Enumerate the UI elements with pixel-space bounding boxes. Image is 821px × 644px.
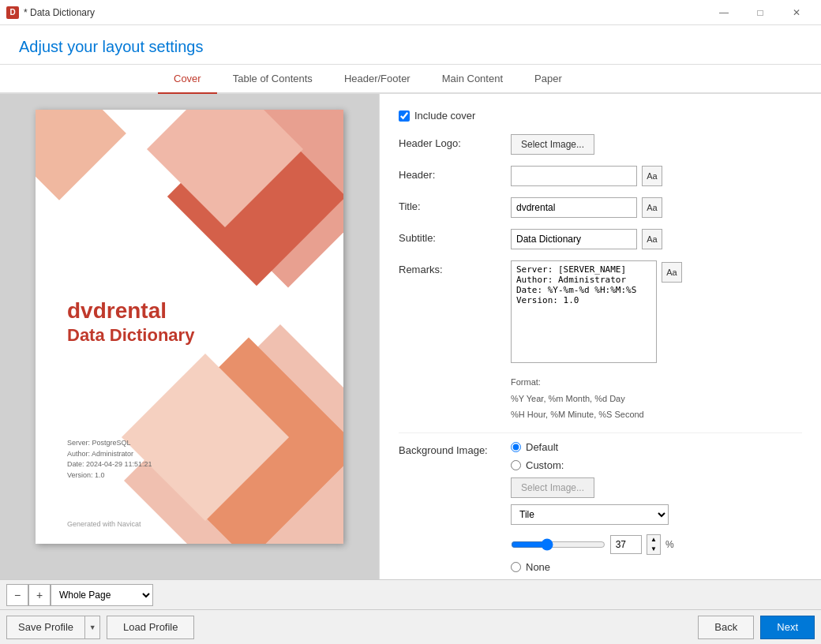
bg-custom-option[interactable]: Custom: (511, 459, 564, 471)
cover-meta-line1: Server: PostgreSQL (67, 438, 152, 449)
subtitle-input[interactable] (511, 229, 637, 249)
title-row: Title: Aa (399, 197, 802, 218)
title-font-button[interactable]: Aa (642, 197, 662, 218)
bg-none-radio[interactable] (511, 562, 521, 572)
zoom-select[interactable]: Whole Page 50% 75% 100% 125% 150% 200% (51, 584, 153, 606)
tab-toc[interactable]: Table of Contents (217, 65, 328, 94)
header-label: Header: (399, 166, 501, 181)
preview-panel: dvdrental Data Dictionary Server: Postgr… (0, 94, 379, 579)
cover-meta-line3: Date: 2024-04-29 11:51:21 (67, 459, 152, 470)
app-header: Adjust your layout settings (0, 25, 821, 65)
bg-default-option[interactable]: Default (511, 441, 558, 453)
header-logo-control: Select Image... (511, 134, 802, 155)
save-profile-arrow[interactable]: ▼ (84, 616, 100, 639)
header-logo-row: Header Logo: Select Image... (399, 134, 802, 155)
include-cover-label[interactable]: Include cover (414, 110, 475, 122)
subtitle-font-button[interactable]: Aa (642, 229, 662, 249)
cover-meta-line2: Author: Administrator (67, 449, 152, 460)
bg-custom-label: Custom: (526, 459, 564, 471)
minimize-button[interactable]: — (706, 0, 742, 25)
header-control: Aa (511, 166, 802, 186)
bottom-toolbar: − + Whole Page 50% 75% 100% 125% 150% 20… (0, 579, 821, 609)
remarks-row: Remarks: Server: [SERVER_NAME] Author: A… (399, 260, 802, 421)
subtitle-control: Aa (511, 229, 802, 249)
window-title: * Data Dictionary (24, 7, 95, 18)
tile-slider[interactable] (511, 538, 605, 551)
page-title: Adjust your layout settings (19, 38, 802, 56)
cover-preview: dvdrental Data Dictionary Server: Postgr… (36, 110, 343, 544)
footer-bar: Save Profile ▼ Load Profile Back Next (0, 609, 821, 644)
remarks-font-button[interactable]: Aa (662, 262, 682, 283)
save-profile-split: Save Profile ▼ (6, 616, 100, 639)
bg-default-radio[interactable] (511, 442, 521, 452)
format-label: Format: (511, 376, 644, 389)
cover-meta-line4: Version: 1.0 (67, 470, 152, 481)
footer-left: Save Profile ▼ Load Profile (6, 616, 698, 639)
cover-footer: Generated with Navicat (67, 520, 141, 528)
spin-up-button[interactable]: ▲ (647, 535, 660, 545)
select-header-image-button[interactable]: Select Image... (511, 134, 594, 155)
tab-bar: Cover Table of Contents Header/Footer Ma… (0, 65, 821, 94)
format-line2: %H Hour, %M Minute, %S Second (511, 408, 644, 421)
title-label: Title: (399, 197, 501, 212)
header-logo-label: Header Logo: (399, 134, 501, 149)
include-cover-checkbox[interactable] (399, 110, 410, 122)
slider-row: ▲ ▼ % (511, 534, 674, 555)
save-profile-button[interactable]: Save Profile (6, 616, 84, 639)
main-area: dvdrental Data Dictionary Server: Postgr… (0, 94, 821, 579)
remarks-control: Server: [SERVER_NAME] Author: Administra… (511, 260, 802, 421)
load-profile-button[interactable]: Load Profile (107, 616, 194, 639)
format-hint-area: Format: %Y Year, %m Month, %d Day %H Hou… (511, 373, 644, 421)
zoom-in-button[interactable]: + (28, 584, 51, 606)
title-input[interactable] (511, 197, 637, 218)
remarks-textarea[interactable]: Server: [SERVER_NAME] Author: Administra… (511, 260, 657, 363)
tab-cover[interactable]: Cover (158, 65, 217, 94)
tab-headerfooter[interactable]: Header/Footer (328, 65, 426, 94)
bg-custom-radio[interactable] (511, 460, 521, 470)
cover-subtitle: Data Dictionary (67, 324, 194, 346)
cover-content: dvdrental Data Dictionary (67, 298, 194, 346)
background-image-label: Background Image: (399, 441, 501, 456)
format-line1: %Y Year, %m Month, %d Day (511, 392, 644, 406)
footer-right: Back Next (698, 616, 815, 639)
remarks-label: Remarks: (399, 260, 501, 275)
bg-none-option[interactable]: None (511, 561, 550, 573)
header-font-button[interactable]: Aa (642, 166, 662, 186)
close-button[interactable]: ✕ (778, 0, 815, 25)
tile-percent-input[interactable] (610, 535, 642, 554)
tab-maincontent[interactable]: Main Content (426, 65, 519, 94)
header-input[interactable] (511, 166, 637, 186)
cover-title: dvdrental (67, 298, 194, 324)
spin-buttons: ▲ ▼ (647, 534, 661, 555)
maximize-button[interactable]: □ (742, 0, 778, 25)
title-control: Aa (511, 197, 802, 218)
subtitle-row: Subtitle: Aa (399, 229, 802, 249)
tab-paper[interactable]: Paper (519, 65, 578, 94)
background-image-row: Background Image: Default Custom: Select… (399, 441, 802, 573)
tile-dropdown[interactable]: Tile (511, 504, 669, 525)
app-icon (6, 6, 19, 19)
spin-down-button[interactable]: ▼ (647, 545, 660, 554)
bg-none-label: None (526, 561, 550, 573)
back-button[interactable]: Back (698, 616, 754, 639)
window-controls: — □ ✕ (706, 0, 815, 25)
percent-label: % (665, 539, 674, 550)
header-row: Header: Aa (399, 166, 802, 186)
background-image-control: Default Custom: Select Image... Tile (511, 441, 802, 573)
remarks-wrapper: Server: [SERVER_NAME] Author: Administra… (511, 260, 682, 363)
include-cover-row: Include cover (399, 110, 802, 122)
next-button[interactable]: Next (760, 616, 815, 639)
subtitle-label: Subtitle: (399, 229, 501, 244)
select-bg-image-button[interactable]: Select Image... (511, 477, 594, 498)
title-bar: * Data Dictionary — □ ✕ (0, 0, 821, 25)
settings-panel: Include cover Header Logo: Select Image.… (379, 94, 821, 579)
cover-meta: Server: PostgreSQL Author: Administrator… (67, 438, 152, 481)
bg-default-label: Default (526, 441, 558, 453)
zoom-out-button[interactable]: − (6, 584, 28, 606)
